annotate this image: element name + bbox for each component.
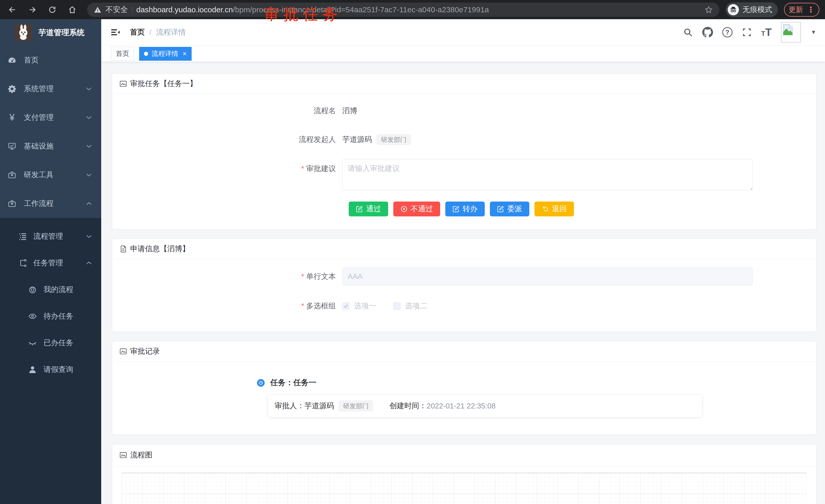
checkbox-group-row: 多选框组 选项一 选项二: [112, 299, 816, 314]
app-header: 首页 / 流程详情 ? TT ▼: [101, 19, 825, 46]
created-time: 2022-01-21 22:35:08: [427, 402, 496, 410]
process-name-label: 流程名: [112, 106, 342, 116]
sidebar-item-todo-tasks[interactable]: 待办任务: [0, 303, 101, 330]
delegate-button[interactable]: 委派: [490, 201, 529, 217]
broken-image-icon: [782, 23, 793, 36]
card-title: 申请信息【滔博】: [130, 244, 190, 254]
tags-view-bar: 首页 流程详情 ✕: [101, 46, 825, 62]
initiator-value: 芋道源码 研发部门: [342, 134, 411, 145]
task-title: 任务：任务一: [270, 377, 316, 388]
help-icon[interactable]: ?: [722, 27, 733, 37]
security-warning-icon[interactable]: [94, 6, 101, 14]
timeline-item: 任务：任务一: [257, 377, 816, 388]
sidebar: 芋道管理系统 首页 系统管理 ¥ 支付管理 基础设施: [0, 19, 101, 504]
home-icon[interactable]: [66, 3, 79, 16]
avatar[interactable]: [781, 22, 801, 43]
active-dot-icon: [144, 52, 148, 56]
main-content: 审批任务【任务一】 流程名 滔博 流程发起人 芋道源码 研发部门 审批建议: [101, 62, 825, 504]
card-title: 流程图: [130, 450, 152, 460]
person-icon: [28, 365, 37, 374]
suggestion-textarea[interactable]: [342, 159, 753, 190]
header-actions: ? TT ▼: [683, 22, 816, 43]
timeline: 任务：任务一 审批人： 芋道源码 研发部门 创建时间： 2022-01-21 2…: [112, 362, 816, 435]
fullscreen-icon[interactable]: [742, 27, 752, 37]
clock-icon: [257, 379, 265, 387]
eye-closed-icon: [28, 339, 37, 347]
card-header: 流程图: [112, 444, 816, 466]
single-line-text-input: [342, 267, 753, 285]
chevron-down-icon: [86, 173, 92, 177]
dept-tag: 研发部门: [377, 134, 411, 145]
chevron-down-icon: [86, 115, 92, 119]
edit-icon: [356, 205, 363, 213]
font-size-icon[interactable]: TT: [761, 26, 772, 38]
action-buttons: 通过 不通过 转办 委: [349, 201, 816, 217]
sidebar-item-infrastructure[interactable]: 基础设施: [0, 132, 101, 161]
return-button[interactable]: 退回: [534, 201, 574, 217]
breadcrumb-separator: /: [149, 28, 151, 36]
browser-menu-button[interactable]: 更新 ⋮: [784, 3, 819, 17]
tree-icon: [18, 259, 27, 267]
application-info-card: 申请信息【滔博】 单行文本 多选框组 选项一 选: [112, 239, 817, 332]
app-title: 芋道管理系统: [39, 27, 85, 38]
sidebar-item-devtools[interactable]: 研发工具: [0, 161, 101, 189]
process-name-row: 流程名 滔博: [112, 103, 816, 118]
process-name-value: 滔博: [342, 106, 357, 116]
checkbox-checked-icon: [342, 303, 350, 310]
sidebar-item-workflow[interactable]: 工作流程: [0, 189, 101, 218]
initiator-label: 流程发起人: [112, 135, 342, 145]
breadcrumb-current: 流程详情: [156, 27, 186, 37]
sidebar-item-leave-query[interactable]: 请假查询: [0, 356, 101, 383]
tab-home[interactable]: 首页: [111, 47, 134, 61]
app-logo-rabbit: [15, 24, 32, 41]
chevron-up-icon: [86, 261, 92, 265]
app-logo-row[interactable]: 芋道管理系统: [0, 19, 101, 46]
bpmn-canvas[interactable]: [122, 473, 807, 504]
address-bar[interactable]: 不安全 dashboard.yudao.iocoder.cn/bpm/proce…: [87, 3, 720, 17]
back-icon[interactable]: [6, 3, 19, 16]
checkbox-group: 选项一 选项二: [342, 301, 427, 311]
checkbox-group-label: 多选框组: [112, 301, 342, 311]
card-header: 申请信息【滔博】: [112, 239, 816, 259]
url-text[interactable]: dashboard.yudao.iocoder.cn/bpm/process-i…: [136, 5, 489, 14]
suggestion-label: 审批建议: [112, 159, 342, 174]
process-diagram-card: 流程图: [112, 444, 817, 504]
github-icon[interactable]: [702, 27, 713, 37]
sidebar-toggle-icon[interactable]: [110, 27, 121, 37]
avatar-caret-icon[interactable]: ▼: [811, 29, 816, 35]
monitor-icon: [8, 142, 16, 151]
sidebar-item-home[interactable]: 首页: [0, 46, 101, 75]
bookmark-star-icon[interactable]: [704, 6, 713, 14]
incognito-label: 无痕模式: [743, 5, 772, 15]
approver-label: 审批人：: [275, 401, 304, 411]
approve-button[interactable]: 通过: [349, 201, 388, 217]
reject-button[interactable]: 不通过: [393, 201, 440, 217]
search-icon[interactable]: [683, 27, 693, 37]
breadcrumb-home[interactable]: 首页: [130, 27, 145, 37]
breadcrumb: 首页 / 流程详情: [130, 27, 186, 37]
sidebar-item-process-mgmt[interactable]: 流程管理: [0, 223, 101, 250]
approval-task-card: 审批任务【任务一】 流程名 滔博 流程发起人 芋道源码 研发部门 审批建议: [112, 74, 817, 230]
tab-process-detail[interactable]: 流程详情 ✕: [139, 47, 192, 61]
dashboard-icon: [8, 56, 16, 65]
checkbox-unchecked-icon: [393, 303, 400, 310]
update-label[interactable]: 更新: [789, 5, 803, 15]
forward-icon[interactable]: [26, 3, 39, 16]
created-label: 创建时间：: [389, 401, 427, 411]
security-label[interactable]: 不安全: [105, 5, 128, 15]
approver-value: 芋道源码: [304, 401, 334, 411]
browser-nav: [6, 3, 79, 16]
picture-icon: [120, 347, 127, 355]
transfer-button[interactable]: 转办: [445, 201, 485, 217]
tab-close-icon[interactable]: ✕: [182, 51, 187, 57]
sidebar-item-system[interactable]: 系统管理: [0, 75, 101, 103]
text-field-row: 单行文本: [112, 267, 816, 285]
sidebar-item-my-process[interactable]: 我的流程: [0, 276, 101, 303]
sidebar-item-payment[interactable]: ¥ 支付管理: [0, 103, 101, 132]
kebab-menu-icon[interactable]: ⋮: [807, 5, 815, 14]
reload-icon[interactable]: [46, 3, 59, 16]
sidebar-item-task-mgmt[interactable]: 任务管理: [0, 250, 101, 276]
chevron-down-icon: [86, 144, 92, 148]
sidebar-item-done-tasks[interactable]: 已办任务: [0, 330, 101, 356]
workflow-submenu: 流程管理 任务管理 我的流程 待办任务: [0, 218, 101, 504]
